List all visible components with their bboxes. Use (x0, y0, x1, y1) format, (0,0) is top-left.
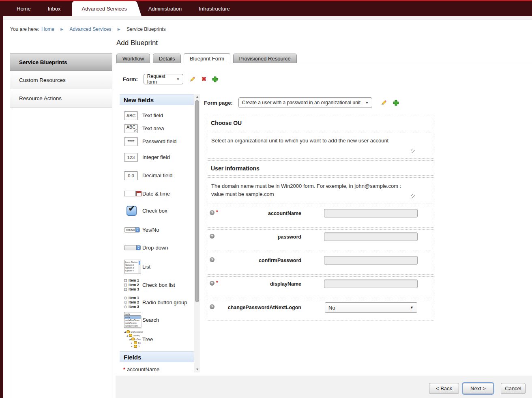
new-fields-header: New fields (120, 94, 194, 105)
palette-item-text-area[interactable]: ABC Text area (120, 124, 194, 133)
field-label-accountName: accountName (223, 211, 301, 216)
page-title: Add Blueprint (116, 39, 158, 47)
help-icon[interactable]: ? (210, 304, 215, 309)
integer-field-icon: 123 (124, 153, 138, 162)
breadcrumb-separator-icon: ▶ (118, 27, 120, 31)
palette-item-list[interactable]: Long Option 1 Option 2 Option 3 Option 4… (120, 260, 194, 273)
text-area-icon: ABC (124, 124, 138, 133)
palette-item-search[interactable]: sofia sofia sofiaDevTeam sofiaTeams sofi… (120, 312, 194, 327)
sidebar-item-custom-resources[interactable]: Custom Resources (10, 71, 112, 89)
tab-details[interactable]: Details (153, 54, 181, 63)
sidebar: Service Blueprints Custom Resources Reso… (10, 53, 112, 398)
scroll-up-icon[interactable]: ▲ (194, 95, 200, 99)
palette-item-integer-field[interactable]: 123 Integer field (120, 153, 194, 162)
chevron-down-icon: ▼ (172, 77, 180, 81)
accountName-input[interactable] (324, 209, 418, 217)
form-row-accountName: ? * accountName (207, 206, 434, 228)
wizard-footer: < Back Next > Cancel (116, 376, 532, 398)
breadcrumb-prefix: You are here: (10, 26, 39, 32)
changePasswordAtNextLogon-select[interactable]: No ▼ (325, 302, 417, 313)
field-palette: New fields ABC Text field ABC Text area … (120, 94, 194, 372)
palette-items: ABC Text field ABC Text area **** Passwo… (120, 105, 194, 349)
required-asterisk: * (123, 366, 125, 372)
folder-icon (131, 338, 135, 340)
form-page-label: Form page: (204, 100, 233, 106)
resize-grip-icon[interactable] (411, 149, 415, 153)
back-button[interactable]: < Back (429, 383, 459, 394)
date-time-icon (124, 191, 136, 196)
nav-tab-home[interactable]: Home (8, 1, 39, 16)
password-field-icon: **** (124, 137, 138, 146)
edit-form-pencil-icon[interactable] (189, 76, 196, 83)
tab-workflow[interactable]: Workflow (116, 54, 150, 63)
breadcrumb: You are here: Home ▶ Advanced Services ▶… (10, 26, 166, 32)
edit-form-page-pencil-icon[interactable] (380, 99, 387, 106)
confirmPassword-input[interactable] (324, 256, 418, 265)
check-box-list-icon: Item 1 Item 2 Item 3 (124, 278, 139, 292)
next-button[interactable]: Next > (463, 383, 493, 394)
radio-button-group-icon: Item 1 Item 2 Item 3 (124, 296, 139, 309)
displayName-input[interactable] (324, 280, 418, 288)
add-form-plus-icon[interactable] (212, 76, 218, 82)
section-title-choose-ou[interactable]: Choose OU (207, 115, 434, 130)
form-page-select[interactable]: Create a user with a password in an orga… (238, 97, 372, 108)
nav-tab-advanced-services[interactable]: Advanced Services (72, 1, 134, 16)
section-description-choose-ou[interactable]: Select an organizational unit to which y… (207, 132, 434, 159)
section-title-user-informations[interactable]: User informations (207, 160, 434, 176)
palette-item-yes-no[interactable]: Yes/No▲▼ Yes/No (120, 227, 194, 232)
help-icon[interactable]: ? (210, 281, 215, 286)
nav-tab-infrastructure[interactable]: Infrastructure (190, 1, 238, 16)
form-row-changePasswordAtNextLogon: ? changePasswordAtNextLogon No ▼ (207, 300, 434, 321)
decimal-field-icon: 0.0 (124, 171, 138, 180)
breadcrumb-separator-icon: ▶ (60, 27, 63, 31)
form-label: Form: (123, 76, 138, 82)
palette-item-password-field[interactable]: **** Password field (120, 137, 194, 146)
scroll-down-icon[interactable]: ▼ (194, 367, 200, 372)
resize-grip-icon[interactable] (411, 194, 415, 198)
help-icon[interactable]: ? (210, 257, 215, 262)
palette-scrollbar[interactable]: ▲ ▼ (194, 94, 200, 372)
folder-icon (129, 334, 132, 337)
scrollbar-thumb[interactable] (195, 100, 199, 302)
form-selector-bar: Form: Request form ▼ ✖ (123, 74, 218, 84)
header-divider-strip (0, 16, 532, 19)
help-icon[interactable]: ? (210, 210, 215, 215)
cancel-button[interactable]: Cancel (501, 383, 526, 394)
breadcrumb-link-home[interactable]: Home (41, 26, 54, 32)
palette-item-radio-button-group[interactable]: Item 1 Item 2 Item 3 Radio button group (120, 295, 194, 310)
form-select[interactable]: Request form ▼ (144, 74, 183, 84)
palette-item-tree[interactable]: ◢Orchestrator ◢Library ◢vCen ▸Ba ▸Cl Tre… (120, 330, 194, 349)
folder-icon (134, 345, 137, 348)
breadcrumb-current: Service Blueprints (127, 26, 166, 32)
nav-tab-inbox[interactable]: Inbox (39, 1, 69, 16)
password-input[interactable] (324, 232, 418, 241)
search-icon: sofia sofia sofiaDevTeam sofiaTeams sofi… (124, 312, 141, 328)
palette-item-text-field[interactable]: ABC Text field (120, 111, 194, 120)
add-form-page-plus-icon[interactable] (393, 100, 399, 106)
sidebar-item-resource-actions[interactable]: Resource Actions (10, 89, 112, 108)
help-icon[interactable]: ? (210, 234, 215, 239)
required-asterisk: * (216, 280, 218, 286)
required-asterisk: * (216, 209, 218, 215)
palette-item-check-box[interactable]: Check box (120, 205, 194, 217)
nav-tab-administration[interactable]: Administration (140, 1, 190, 16)
fields-list-item-accountName[interactable]: *accountName (120, 362, 194, 372)
tree-icon: ◢Orchestrator ◢Library ◢vCen ▸Ba ▸Cl (124, 330, 143, 349)
tab-blueprint-form[interactable]: Blueprint Form (184, 53, 230, 63)
delete-form-x-icon[interactable]: ✖ (202, 75, 207, 83)
folder-icon (127, 331, 130, 333)
section-description-user-informations[interactable]: The domain name must be in Win2000 form.… (207, 177, 434, 204)
field-label-confirmPassword: confirmPassword (223, 258, 301, 263)
breadcrumb-link-advanced-services[interactable]: Advanced Services (70, 26, 112, 32)
drop-down-icon: ▲▼ (124, 245, 141, 250)
palette-item-check-box-list[interactable]: Item 1 Item 2 Item 3 Check box list (120, 278, 194, 292)
tab-provisioned-resource[interactable]: Provisioned Resource (233, 54, 297, 63)
sidebar-item-service-blueprints[interactable]: Service Blueprints (10, 53, 112, 71)
form-row-confirmPassword: ? confirmPassword (207, 253, 434, 275)
palette-item-date-time[interactable]: Date & time (120, 189, 194, 198)
yes-no-icon: Yes/No▲▼ (124, 227, 140, 232)
palette-item-decimal-field[interactable]: 0.0 Decimal field (120, 171, 194, 180)
palette-item-drop-down[interactable]: ▲▼ Drop-down (120, 245, 194, 251)
field-label-changePasswordAtNextLogon: changePasswordAtNextLogon (223, 305, 301, 310)
form-row-displayName: ? * displayName (207, 276, 434, 298)
